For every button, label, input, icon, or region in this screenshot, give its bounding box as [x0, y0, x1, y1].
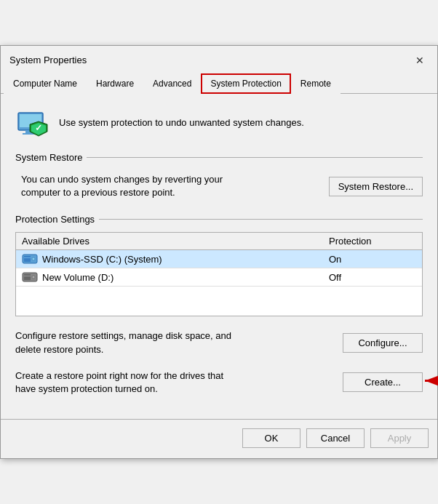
drive-c-cell: Windows-SSD (C:) (System): [22, 253, 329, 265]
table-empty-space: [16, 287, 422, 316]
drive-c-protection: On: [329, 254, 416, 265]
create-description: Create a restore point right now for the…: [15, 369, 234, 396]
svg-text:✓: ✓: [35, 123, 42, 133]
svg-point-9: [32, 257, 35, 260]
column-protection: Protection: [329, 236, 416, 247]
system-restore-description: You can undo system changes by reverting…: [21, 173, 239, 199]
table-row[interactable]: Windows-SSD (C:) (System) On: [16, 250, 422, 268]
cancel-button[interactable]: Cancel: [306, 428, 365, 448]
system-restore-content: You can undo system changes by reverting…: [15, 170, 423, 202]
configure-button[interactable]: Configure...: [343, 333, 423, 353]
header-svg-icon: ✓: [15, 105, 50, 140]
tab-hardware[interactable]: Hardware: [87, 73, 143, 94]
system-properties-window: System Properties ✕ Computer Name Hardwa…: [0, 45, 438, 459]
header-description: Use system protection to undo unwanted s…: [59, 117, 304, 128]
tab-advanced[interactable]: Advanced: [143, 73, 201, 94]
table-header-row: Available Drives Protection: [16, 233, 422, 250]
close-icon: ✕: [415, 55, 424, 66]
drive-c-icon: [22, 253, 38, 265]
system-restore-label: System Restore: [15, 152, 423, 163]
system-restore-button[interactable]: System Restore...: [329, 177, 423, 196]
protection-settings-section: Protection Settings Available Drives Pro…: [15, 214, 423, 316]
close-button[interactable]: ✕: [411, 52, 429, 69]
drive-d-icon: [22, 271, 38, 283]
svg-rect-12: [24, 274, 31, 280]
drives-table: Available Drives Protection: [15, 232, 423, 316]
footer: OK Cancel Apply: [1, 419, 437, 458]
svg-point-13: [32, 276, 35, 279]
title-bar: System Properties ✕: [1, 46, 437, 73]
protection-settings-label: Protection Settings: [15, 214, 423, 225]
header-section: ✓ Use system protection to undo unwanted…: [15, 105, 423, 140]
drive-d-protection: Off: [329, 272, 416, 283]
drive-d-name: New Volume (D:): [42, 272, 114, 283]
column-available-drives: Available Drives: [22, 236, 329, 247]
svg-rect-10: [24, 257, 31, 258]
drive-c-name: Windows-SSD (C:) (System): [42, 254, 162, 265]
window-title: System Properties: [9, 55, 87, 65]
create-section: Create a restore point right now for the…: [15, 368, 423, 397]
ok-button[interactable]: OK: [242, 428, 300, 448]
arrow-annotation: [419, 367, 438, 397]
system-restore-section: System Restore You can undo system chang…: [15, 152, 423, 202]
svg-rect-8: [24, 256, 31, 262]
apply-button[interactable]: Apply: [370, 428, 429, 448]
drive-d-cell: New Volume (D:): [22, 271, 329, 283]
tab-bar: Computer Name Hardware Advanced System P…: [1, 73, 437, 94]
svg-rect-14: [24, 276, 31, 276]
tab-system-protection[interactable]: System Protection: [201, 73, 290, 94]
configure-description: Configure restore settings, manage disk …: [15, 329, 234, 356]
system-protection-icon: ✓: [15, 105, 50, 140]
configure-section: Configure restore settings, manage disk …: [15, 328, 423, 357]
create-button-wrapper: Create...: [343, 372, 423, 392]
tab-remote[interactable]: Remote: [291, 73, 341, 94]
content-area: ✓ Use system protection to undo unwanted…: [1, 94, 437, 419]
table-row[interactable]: New Volume (D:) Off: [16, 268, 422, 287]
tab-computer-name[interactable]: Computer Name: [4, 73, 87, 94]
create-button[interactable]: Create...: [343, 372, 423, 392]
